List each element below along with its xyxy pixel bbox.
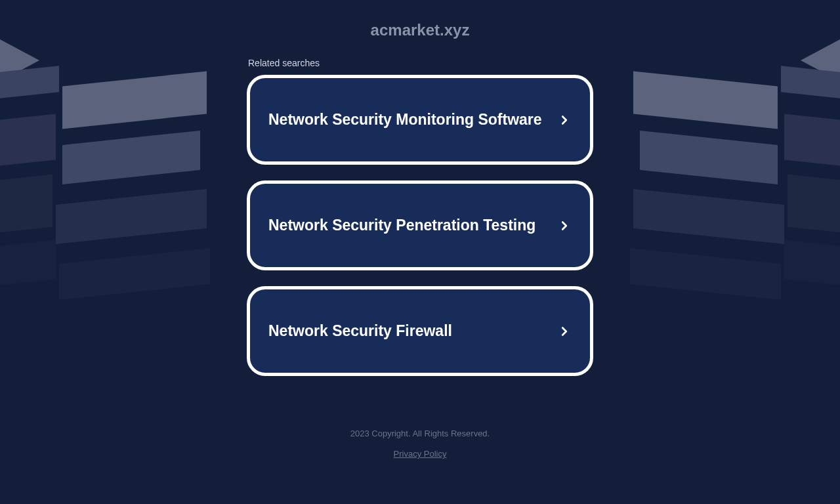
search-item-label: Network Security Firewall [268,322,452,340]
copyright-text: 2023 Copyright. All Rights Reserved. [0,429,840,438]
search-item-network-security-monitoring[interactable]: Network Security Monitoring Software [247,75,593,165]
privacy-policy-link[interactable]: Privacy Policy [394,449,447,459]
search-item-network-security-penetration[interactable]: Network Security Penetration Testing [247,180,593,270]
domain-title: acmarket.xyz [371,21,470,39]
search-item-network-security-firewall[interactable]: Network Security Firewall [247,286,593,376]
chevron-right-icon [557,219,572,233]
chevron-right-icon [557,113,572,127]
search-item-label: Network Security Monitoring Software [268,111,542,129]
related-searches-label: Related searches [247,58,593,68]
related-searches-section: Related searches Network Security Monito… [247,58,593,392]
chevron-right-icon [557,324,572,339]
footer: 2023 Copyright. All Rights Reserved. Pri… [0,429,840,459]
search-item-label: Network Security Penetration Testing [268,217,536,234]
